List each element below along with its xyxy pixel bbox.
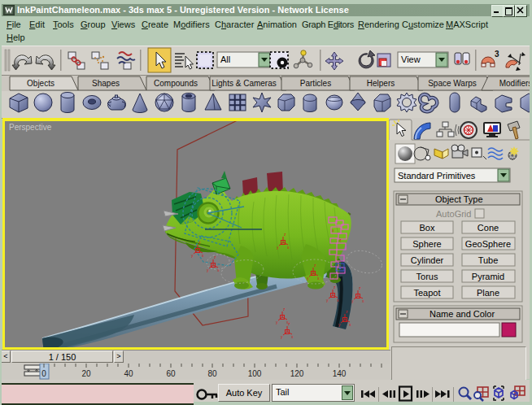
svg-text:Plane: Plane xyxy=(477,288,499,298)
svg-text:40: 40 xyxy=(124,369,133,378)
svg-text:GeoSphere: GeoSphere xyxy=(465,239,511,249)
svg-text:60: 60 xyxy=(166,369,176,378)
svg-text:Objects: Objects xyxy=(27,79,55,88)
svg-text:All: All xyxy=(220,54,230,64)
svg-text:Object Type: Object Type xyxy=(435,194,483,204)
svg-text:Lights & Cameras: Lights & Cameras xyxy=(211,79,276,88)
svg-text:80: 80 xyxy=(207,369,217,378)
svg-text:Shapes: Shapes xyxy=(92,79,120,88)
svg-text:Torus: Torus xyxy=(416,272,438,281)
svg-text:Box: Box xyxy=(420,223,435,233)
svg-text:Tube: Tube xyxy=(478,255,499,265)
svg-text:Name and Color: Name and Color xyxy=(430,309,495,319)
svg-text:Cone: Cone xyxy=(477,223,499,233)
svg-text:Helpers: Helpers xyxy=(367,79,395,88)
svg-text:3: 3 xyxy=(495,50,499,59)
svg-text:AutoGrid: AutoGrid xyxy=(436,209,471,219)
svg-text:120: 120 xyxy=(290,369,304,378)
svg-text:Sphere: Sphere xyxy=(412,239,441,249)
svg-text:100: 100 xyxy=(248,369,262,378)
svg-text:Compounds: Compounds xyxy=(154,79,198,88)
svg-text:Perspective: Perspective xyxy=(9,123,52,132)
svg-text:Cylinder: Cylinder xyxy=(411,255,444,265)
svg-text:Teapot: Teapot xyxy=(413,288,440,298)
svg-text:Particles: Particles xyxy=(300,79,331,88)
svg-text:Space Warps: Space Warps xyxy=(428,79,477,88)
svg-text:View: View xyxy=(401,54,421,64)
svg-text:Standard Primitives: Standard Primitives xyxy=(398,171,476,181)
svg-text:20: 20 xyxy=(81,369,91,378)
svg-text:0: 0 xyxy=(41,369,46,378)
svg-text:Modifiers: Modifiers xyxy=(499,79,532,88)
svg-text:140: 140 xyxy=(333,369,347,378)
svg-text:Pyramid: Pyramid xyxy=(472,272,504,281)
